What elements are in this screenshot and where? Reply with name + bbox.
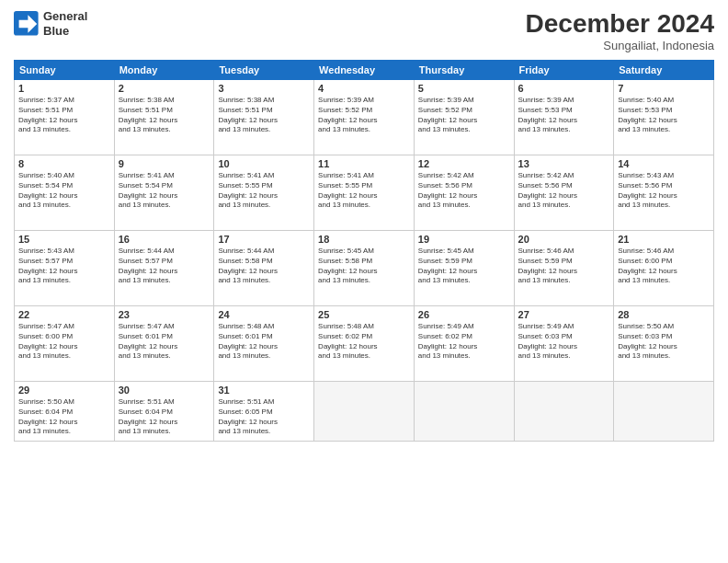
week-row-3: 15Sunrise: 5:43 AM Sunset: 5:57 PM Dayli…: [15, 231, 714, 306]
calendar-cell: 25Sunrise: 5:48 AM Sunset: 6:02 PM Dayli…: [314, 306, 415, 382]
calendar-cell: 17Sunrise: 5:44 AM Sunset: 5:58 PM Dayli…: [214, 231, 314, 306]
calendar-cell: [614, 382, 714, 442]
calendar-cell: 6Sunrise: 5:39 AM Sunset: 5:53 PM Daylig…: [514, 80, 614, 155]
day-info: Sunrise: 5:39 AM Sunset: 5:52 PM Dayligh…: [318, 96, 410, 135]
page: General Blue December 2024 Sungailiat, I…: [0, 0, 728, 563]
calendar-cell: 5Sunrise: 5:39 AM Sunset: 5:52 PM Daylig…: [414, 80, 514, 155]
day-number: 26: [418, 309, 510, 320]
calendar-cell: [314, 382, 415, 442]
week-row-1: 1Sunrise: 5:37 AM Sunset: 5:51 PM Daylig…: [15, 80, 714, 155]
day-info: Sunrise: 5:50 AM Sunset: 6:03 PM Dayligh…: [618, 322, 710, 362]
day-number: 30: [119, 385, 210, 396]
calendar-cell: 26Sunrise: 5:49 AM Sunset: 6:02 PM Dayli…: [414, 306, 514, 382]
weekday-header-tuesday: Tuesday: [214, 61, 314, 80]
day-number: 27: [518, 309, 610, 320]
day-number: 4: [318, 83, 410, 94]
day-number: 21: [618, 234, 710, 245]
month-title: December 2024: [526, 9, 714, 39]
day-info: Sunrise: 5:38 AM Sunset: 5:51 PM Dayligh…: [218, 96, 310, 135]
subtitle: Sungailiat, Indonesia: [526, 39, 714, 52]
day-number: 18: [318, 234, 410, 245]
logo: General Blue: [14, 9, 87, 38]
day-number: 8: [18, 158, 110, 169]
calendar-cell: 9Sunrise: 5:41 AM Sunset: 5:54 PM Daylig…: [114, 155, 214, 231]
day-number: 28: [618, 309, 710, 320]
calendar-cell: 14Sunrise: 5:43 AM Sunset: 5:56 PM Dayli…: [614, 155, 714, 231]
logo-icon: [14, 11, 40, 37]
day-info: Sunrise: 5:44 AM Sunset: 5:57 PM Dayligh…: [119, 247, 210, 286]
calendar-cell: 13Sunrise: 5:42 AM Sunset: 5:56 PM Dayli…: [514, 155, 614, 231]
day-info: Sunrise: 5:48 AM Sunset: 6:01 PM Dayligh…: [218, 322, 310, 362]
day-number: 10: [218, 158, 310, 169]
calendar-cell: 27Sunrise: 5:49 AM Sunset: 6:03 PM Dayli…: [514, 306, 614, 382]
calendar-cell: 23Sunrise: 5:47 AM Sunset: 6:01 PM Dayli…: [114, 306, 214, 382]
calendar-cell: [414, 382, 514, 442]
day-info: Sunrise: 5:45 AM Sunset: 5:58 PM Dayligh…: [318, 247, 410, 286]
day-info: Sunrise: 5:50 AM Sunset: 6:04 PM Dayligh…: [18, 397, 110, 437]
week-row-5: 29Sunrise: 5:50 AM Sunset: 6:04 PM Dayli…: [15, 382, 714, 442]
calendar-cell: 30Sunrise: 5:51 AM Sunset: 6:04 PM Dayli…: [114, 382, 214, 442]
day-info: Sunrise: 5:40 AM Sunset: 5:54 PM Dayligh…: [18, 171, 110, 211]
calendar-cell: 22Sunrise: 5:47 AM Sunset: 6:00 PM Dayli…: [15, 306, 115, 382]
day-number: 13: [518, 158, 610, 169]
day-info: Sunrise: 5:46 AM Sunset: 5:59 PM Dayligh…: [518, 247, 610, 286]
day-number: 9: [119, 158, 210, 169]
header: General Blue December 2024 Sungailiat, I…: [14, 9, 714, 52]
day-number: 23: [119, 309, 210, 320]
day-info: Sunrise: 5:43 AM Sunset: 5:56 PM Dayligh…: [618, 171, 710, 211]
day-number: 12: [418, 158, 510, 169]
calendar-cell: 2Sunrise: 5:38 AM Sunset: 5:51 PM Daylig…: [114, 80, 214, 155]
day-info: Sunrise: 5:47 AM Sunset: 6:00 PM Dayligh…: [18, 322, 110, 362]
day-number: 31: [218, 385, 310, 396]
calendar-cell: 31Sunrise: 5:51 AM Sunset: 6:05 PM Dayli…: [214, 382, 314, 442]
day-info: Sunrise: 5:41 AM Sunset: 5:55 PM Dayligh…: [318, 171, 410, 211]
day-info: Sunrise: 5:48 AM Sunset: 6:02 PM Dayligh…: [318, 322, 410, 362]
calendar-cell: 10Sunrise: 5:41 AM Sunset: 5:55 PM Dayli…: [214, 155, 314, 231]
day-info: Sunrise: 5:38 AM Sunset: 5:51 PM Dayligh…: [119, 96, 210, 135]
calendar-cell: 16Sunrise: 5:44 AM Sunset: 5:57 PM Dayli…: [114, 231, 214, 306]
day-info: Sunrise: 5:45 AM Sunset: 5:59 PM Dayligh…: [418, 247, 510, 286]
weekday-header-friday: Friday: [514, 61, 614, 80]
calendar-table: SundayMondayTuesdayWednesdayThursdayFrid…: [14, 60, 714, 442]
calendar-cell: 4Sunrise: 5:39 AM Sunset: 5:52 PM Daylig…: [314, 80, 415, 155]
calendar-cell: 8Sunrise: 5:40 AM Sunset: 5:54 PM Daylig…: [15, 155, 115, 231]
day-number: 24: [218, 309, 310, 320]
day-info: Sunrise: 5:49 AM Sunset: 6:02 PM Dayligh…: [418, 322, 510, 362]
day-info: Sunrise: 5:47 AM Sunset: 6:01 PM Dayligh…: [119, 322, 210, 362]
calendar-cell: 12Sunrise: 5:42 AM Sunset: 5:56 PM Dayli…: [414, 155, 514, 231]
day-number: 6: [518, 83, 610, 94]
week-row-2: 8Sunrise: 5:40 AM Sunset: 5:54 PM Daylig…: [15, 155, 714, 231]
day-info: Sunrise: 5:43 AM Sunset: 5:57 PM Dayligh…: [18, 247, 110, 286]
day-number: 2: [119, 83, 210, 94]
day-number: 5: [418, 83, 510, 94]
day-info: Sunrise: 5:51 AM Sunset: 6:04 PM Dayligh…: [119, 397, 210, 437]
day-info: Sunrise: 5:37 AM Sunset: 5:51 PM Dayligh…: [18, 96, 110, 135]
day-number: 1: [18, 83, 110, 94]
day-number: 19: [418, 234, 510, 245]
logo-text: General Blue: [43, 9, 87, 38]
day-number: 29: [18, 385, 110, 396]
calendar-cell: 28Sunrise: 5:50 AM Sunset: 6:03 PM Dayli…: [614, 306, 714, 382]
calendar-cell: 7Sunrise: 5:40 AM Sunset: 5:53 PM Daylig…: [614, 80, 714, 155]
week-row-4: 22Sunrise: 5:47 AM Sunset: 6:00 PM Dayli…: [15, 306, 714, 382]
day-number: 16: [119, 234, 210, 245]
day-number: 25: [318, 309, 410, 320]
day-info: Sunrise: 5:39 AM Sunset: 5:52 PM Dayligh…: [418, 96, 510, 135]
weekday-header-saturday: Saturday: [614, 61, 714, 80]
weekday-header-row: SundayMondayTuesdayWednesdayThursdayFrid…: [15, 61, 714, 80]
day-number: 7: [618, 83, 710, 94]
calendar-cell: 18Sunrise: 5:45 AM Sunset: 5:58 PM Dayli…: [314, 231, 415, 306]
calendar-cell: [514, 382, 614, 442]
day-number: 17: [218, 234, 310, 245]
calendar-cell: 15Sunrise: 5:43 AM Sunset: 5:57 PM Dayli…: [15, 231, 115, 306]
calendar-cell: 3Sunrise: 5:38 AM Sunset: 5:51 PM Daylig…: [214, 80, 314, 155]
day-number: 15: [18, 234, 110, 245]
weekday-header-sunday: Sunday: [15, 61, 115, 80]
day-number: 20: [518, 234, 610, 245]
calendar-cell: 29Sunrise: 5:50 AM Sunset: 6:04 PM Dayli…: [15, 382, 115, 442]
weekday-header-thursday: Thursday: [414, 61, 514, 80]
day-info: Sunrise: 5:41 AM Sunset: 5:55 PM Dayligh…: [218, 171, 310, 211]
day-info: Sunrise: 5:41 AM Sunset: 5:54 PM Dayligh…: [119, 171, 210, 211]
day-info: Sunrise: 5:51 AM Sunset: 6:05 PM Dayligh…: [218, 397, 310, 437]
day-info: Sunrise: 5:39 AM Sunset: 5:53 PM Dayligh…: [518, 96, 610, 135]
